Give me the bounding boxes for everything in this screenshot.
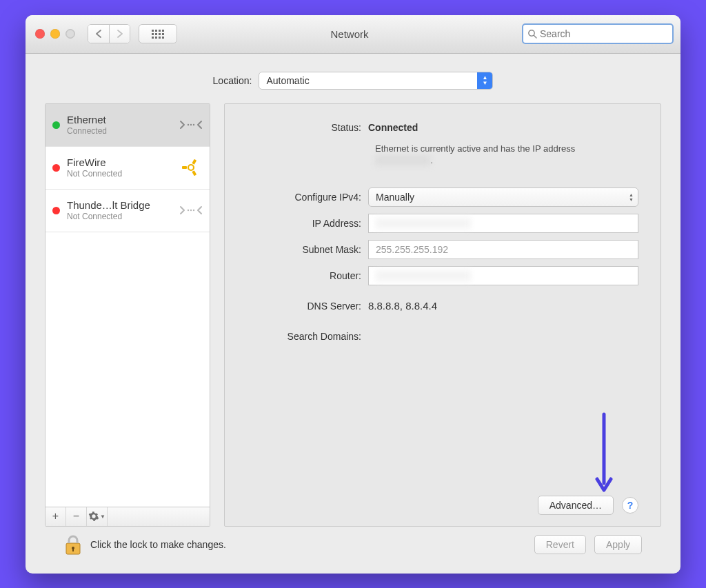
redacted-ip: 000.000.000 <box>375 155 430 165</box>
configure-ipv4-select[interactable]: Manually ▲▼ <box>368 187 638 207</box>
svg-rect-8 <box>182 166 187 169</box>
remove-service-button[interactable]: − <box>66 507 87 526</box>
svg-point-2 <box>188 124 189 125</box>
location-value: Automatic <box>266 75 309 86</box>
nav-buttons <box>88 24 130 43</box>
lock-icon[interactable] <box>64 534 82 555</box>
annotation-arrow-icon <box>594 412 614 494</box>
help-button[interactable]: ? <box>622 497 638 514</box>
close-button[interactable] <box>35 29 45 39</box>
advanced-button[interactable]: Advanced… <box>538 496 614 515</box>
apply-button[interactable]: Apply <box>594 535 642 554</box>
search-domains-label: Search Domains: <box>237 331 368 342</box>
configure-value: Manually <box>376 192 414 203</box>
status-dot-icon <box>52 164 60 172</box>
minimize-button[interactable] <box>50 29 60 39</box>
status-dot-icon <box>52 121 60 129</box>
service-name: Ethernet <box>67 114 172 126</box>
service-firewire[interactable]: FireWire Not Connected <box>46 147 210 190</box>
service-ethernet[interactable]: Ethernet Connected <box>46 104 210 147</box>
subnet-label: Subnet Mask: <box>237 244 368 255</box>
svg-point-4 <box>193 124 194 125</box>
show-all-button[interactable] <box>139 24 177 43</box>
dns-row: DNS Server: 8.8.8.8, 8.8.4.4 <box>237 296 638 316</box>
svg-point-3 <box>190 124 192 125</box>
svg-rect-6 <box>192 159 196 165</box>
service-status: Connected <box>67 126 172 136</box>
status-dot-icon <box>52 207 60 214</box>
router-field[interactable]: 000.000.000 <box>368 266 638 285</box>
dns-value: 8.8.8.8, 8.8.4.4 <box>368 296 638 316</box>
detail-pane: Status: Connected Ethernet is currently … <box>224 103 661 527</box>
service-list: Ethernet Connected FireWire Not Connecte… <box>45 103 210 527</box>
search-domains-row: Search Domains: <box>237 327 638 346</box>
configure-row: Configure IPv4: Manually ▲▼ <box>237 187 638 207</box>
router-label: Router: <box>237 270 368 281</box>
content: Location: Automatic ▲▼ Ethernet Connecte… <box>26 54 680 574</box>
ethernet-icon <box>179 201 203 220</box>
main: Ethernet Connected FireWire Not Connecte… <box>45 103 661 527</box>
ip-address-field[interactable]: 000.000.000 <box>368 214 638 233</box>
service-name: FireWire <box>67 156 172 169</box>
dns-label: DNS Server: <box>237 301 368 312</box>
search-field[interactable] <box>522 23 674 44</box>
location-select[interactable]: Automatic ▲▼ <box>259 72 493 90</box>
router-row: Router: 000.000.000 <box>237 266 638 285</box>
ethernet-icon <box>179 115 203 134</box>
svg-line-1 <box>534 35 536 38</box>
advanced-row: Advanced… ? <box>237 487 638 515</box>
service-status: Not Connected <box>67 212 172 221</box>
svg-point-9 <box>188 210 189 211</box>
back-button[interactable] <box>88 25 109 43</box>
location-row: Location: Automatic ▲▼ <box>45 72 661 90</box>
service-status: Not Connected <box>67 169 172 179</box>
firewire-icon <box>179 158 203 177</box>
chevron-updown-icon: ▲▼ <box>477 72 492 89</box>
service-thunderbolt-bridge[interactable]: Thunde…lt Bridge Not Connected <box>46 190 210 232</box>
service-actions: + − ▼ <box>46 507 210 526</box>
lock-message: Click the lock to make changes. <box>90 539 526 550</box>
network-preferences-window: Network Location: Automatic ▲▼ Ethernet <box>26 15 680 574</box>
add-service-button[interactable]: + <box>46 507 66 526</box>
footer: Click the lock to make changes. Revert A… <box>45 527 661 565</box>
search-input[interactable] <box>540 28 668 39</box>
service-action-menu[interactable]: ▼ <box>87 507 108 526</box>
configure-label: Configure IPv4: <box>237 192 368 203</box>
svg-rect-15 <box>72 548 74 551</box>
svg-point-11 <box>193 210 194 211</box>
titlebar: Network <box>26 15 680 54</box>
zoom-button[interactable] <box>65 29 75 39</box>
window-controls <box>35 29 75 39</box>
status-description: Ethernet is currently active and has the… <box>375 143 623 167</box>
status-row: Status: Connected <box>237 122 638 133</box>
subnet-row: Subnet Mask: 255.255.255.192 <box>237 240 638 259</box>
svg-rect-7 <box>192 170 196 176</box>
status-label: Status: <box>237 122 368 133</box>
svg-point-10 <box>190 210 192 211</box>
search-icon <box>527 29 537 39</box>
gear-icon <box>88 511 99 522</box>
window-title: Network <box>185 28 514 40</box>
location-label: Location: <box>213 75 252 86</box>
svg-point-5 <box>188 165 194 170</box>
service-name: Thunde…lt Bridge <box>67 199 172 212</box>
status-value: Connected <box>368 122 638 133</box>
ip-row: IP Address: 000.000.000 <box>237 214 638 233</box>
ip-label: IP Address: <box>237 218 368 229</box>
chevron-updown-icon: ▲▼ <box>629 188 634 206</box>
search-domains-value <box>368 327 638 346</box>
forward-button[interactable] <box>109 25 130 43</box>
subnet-mask-field[interactable]: 255.255.255.192 <box>368 240 638 259</box>
revert-button[interactable]: Revert <box>534 535 586 554</box>
